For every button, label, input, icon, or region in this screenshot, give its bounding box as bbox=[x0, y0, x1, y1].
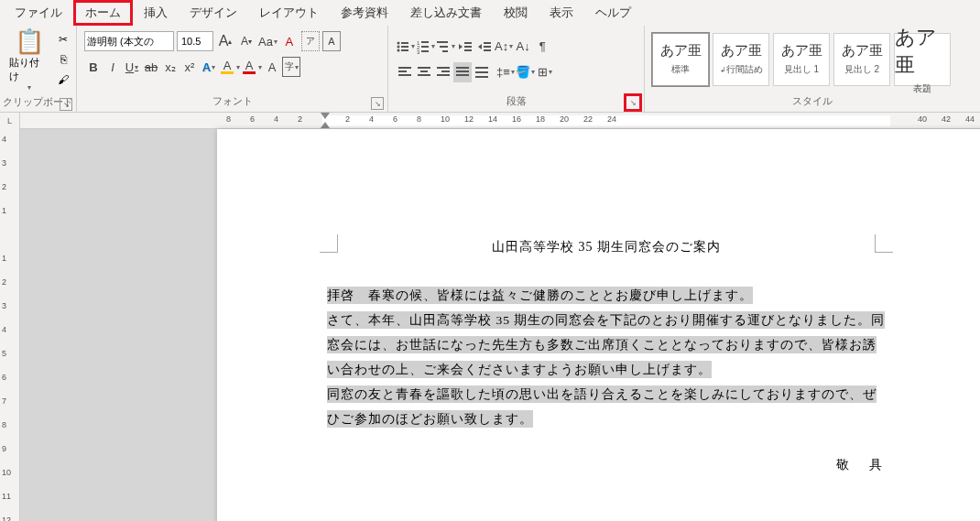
tab-insert[interactable]: 挿入 bbox=[133, 1, 179, 25]
justify-icon bbox=[455, 65, 470, 80]
paragraph-launcher[interactable]: ↘ bbox=[624, 93, 642, 112]
font-launcher[interactable]: ↘ bbox=[371, 97, 384, 110]
ruler-corner: L bbox=[0, 113, 20, 129]
line-spacing-button[interactable]: ‡≡ bbox=[496, 62, 515, 82]
styles-group-label: スタイル bbox=[645, 92, 980, 112]
style-heading1[interactable]: あア亜 見出し 1 bbox=[773, 33, 830, 86]
margin-mark-tr bbox=[875, 234, 893, 253]
bullets-button[interactable] bbox=[396, 37, 415, 57]
cut-button[interactable]: ✂ bbox=[54, 30, 72, 49]
align-right-icon bbox=[436, 65, 451, 80]
sort-icon: A↓ bbox=[517, 39, 530, 53]
show-marks-button[interactable]: ¶ bbox=[533, 37, 551, 57]
document-page[interactable]: 山田高等学校 35 期生同窓会のご案内 拝啓 春寒の候、皆様には益々ご健勝のこと… bbox=[217, 129, 980, 521]
decrease-indent-button[interactable] bbox=[456, 37, 474, 57]
enclose-char-button[interactable]: A bbox=[322, 31, 341, 51]
svg-rect-33 bbox=[475, 67, 488, 69]
multilevel-list-button[interactable] bbox=[436, 37, 455, 57]
svg-rect-9 bbox=[421, 46, 429, 48]
svg-rect-11 bbox=[421, 50, 429, 52]
svg-rect-17 bbox=[464, 49, 472, 51]
strike-button[interactable]: ab bbox=[142, 57, 160, 77]
bold-button[interactable]: B bbox=[84, 57, 103, 77]
paste-button[interactable]: 📋 貼り付け ▾ bbox=[4, 27, 54, 92]
subscript-button[interactable]: x₂ bbox=[161, 57, 180, 77]
tab-references[interactable]: 参考資料 bbox=[330, 1, 399, 25]
indent-icon bbox=[477, 39, 492, 54]
clipboard-launcher[interactable]: ↘ bbox=[60, 98, 72, 111]
superscript-button[interactable]: x² bbox=[180, 57, 199, 77]
tab-layout[interactable]: レイアウト bbox=[248, 1, 330, 25]
highlight-button[interactable]: A bbox=[219, 57, 240, 77]
tab-design[interactable]: デザイン bbox=[179, 1, 248, 25]
scissors-icon: ✂ bbox=[59, 33, 68, 46]
font-group-label: フォント ↘ bbox=[77, 92, 387, 112]
tab-home[interactable]: ホーム bbox=[73, 0, 133, 26]
doc-paragraph-3[interactable]: 同窓の友と青春を謳歌した頃の思い出を語り合えることを楽しみにしておりますので、ぜ… bbox=[327, 385, 877, 428]
svg-rect-20 bbox=[484, 49, 491, 51]
char-shading-button[interactable]: A bbox=[263, 57, 281, 77]
doc-paragraph-2[interactable]: さて、本年、山田高等学校 35 期生の同窓会を下記のとおり開催する運びとなりまし… bbox=[327, 311, 885, 378]
svg-rect-7 bbox=[421, 41, 429, 43]
align-right-button[interactable] bbox=[434, 62, 452, 82]
tab-mailings[interactable]: 差し込み文書 bbox=[399, 1, 493, 25]
grow-font-button[interactable]: A▴ bbox=[216, 31, 234, 51]
doc-closing[interactable]: 敬 具 bbox=[327, 457, 886, 473]
styles-gallery[interactable]: あア亜 標準 あア亜 ↲行間詰め あア亜 見出し 1 あア亜 見出し 2 あア亜 bbox=[648, 29, 954, 90]
shading-button[interactable]: 🪣 bbox=[516, 62, 535, 82]
tab-help[interactable]: ヘルプ bbox=[584, 1, 642, 25]
font-size-select[interactable] bbox=[177, 31, 213, 51]
increase-indent-button[interactable] bbox=[475, 37, 494, 57]
horizontal-ruler[interactable]: 8 6 4 2 2 4 6 8 10 12 14 16 18 20 22 24 … bbox=[20, 113, 980, 129]
tab-review[interactable]: 校閲 bbox=[493, 1, 539, 25]
sort-button[interactable]: A↓ bbox=[514, 37, 532, 57]
vertical-ruler[interactable]: 4 3 2 1 1 2 3 4 5 6 7 8 9 10 11 12 bbox=[0, 129, 20, 521]
text-effects-button[interactable]: A bbox=[200, 57, 218, 77]
align-center-button[interactable] bbox=[415, 62, 433, 82]
font-family-select[interactable] bbox=[84, 31, 174, 51]
justify-button[interactable] bbox=[453, 62, 472, 82]
outdent-icon bbox=[458, 39, 473, 54]
style-heading2[interactable]: あア亜 見出し 2 bbox=[833, 33, 890, 86]
clipboard-icon: 📋 bbox=[15, 27, 44, 56]
clipboard-group-label: クリップボード ↘ bbox=[0, 93, 76, 113]
svg-rect-14 bbox=[442, 50, 448, 52]
doc-paragraph-1[interactable]: 拝啓 春寒の候、皆様には益々ご健勝のこととお慶び申し上げます。 bbox=[327, 287, 753, 304]
line-spacing-icon: ‡≡ bbox=[496, 65, 510, 79]
svg-rect-3 bbox=[401, 46, 408, 48]
first-line-indent-marker[interactable] bbox=[321, 113, 330, 119]
doc-title[interactable]: 山田高等学校 35 期生同窓会のご案内 bbox=[327, 239, 886, 255]
svg-point-2 bbox=[397, 45, 400, 48]
paragraph-group-label: 段落 ↘ bbox=[388, 92, 644, 112]
svg-rect-35 bbox=[475, 76, 488, 78]
tab-view[interactable]: 表示 bbox=[539, 1, 584, 25]
change-case-button[interactable]: Aa bbox=[258, 31, 278, 51]
align-left-button[interactable] bbox=[396, 62, 414, 82]
style-title[interactable]: あア亜 表題 bbox=[894, 33, 951, 86]
distribute-button[interactable] bbox=[473, 62, 491, 82]
style-nospacing[interactable]: あア亜 ↲行間詰め bbox=[713, 33, 769, 86]
clear-format-button[interactable]: A bbox=[280, 31, 299, 51]
document-canvas[interactable]: 山田高等学校 35 期生同窓会のご案内 拝啓 春寒の候、皆様には益々ご健勝のこと… bbox=[20, 129, 980, 521]
tab-file[interactable]: ファイル bbox=[4, 1, 73, 25]
svg-rect-23 bbox=[398, 74, 411, 76]
borders-button[interactable]: ⊞ bbox=[536, 62, 554, 82]
char-border-button[interactable]: 字 bbox=[282, 57, 300, 77]
text-direction-button[interactable]: A↕ bbox=[495, 37, 513, 57]
align-center-icon bbox=[417, 65, 431, 80]
format-painter-button[interactable]: 🖌 bbox=[54, 71, 72, 89]
style-normal[interactable]: あア亜 標準 bbox=[652, 33, 709, 86]
numbering-button[interactable]: 123 bbox=[416, 37, 435, 57]
copy-button[interactable]: ⎘ bbox=[54, 50, 72, 69]
borders-icon: ⊞ bbox=[538, 65, 548, 79]
underline-button[interactable]: U bbox=[123, 57, 141, 77]
phonetic-guide-button[interactable]: ア bbox=[301, 31, 320, 51]
svg-text:3: 3 bbox=[417, 49, 420, 54]
copy-icon: ⎘ bbox=[60, 53, 67, 66]
pilcrow-icon: ¶ bbox=[539, 39, 546, 53]
hanging-indent-marker[interactable] bbox=[321, 122, 330, 128]
svg-rect-5 bbox=[401, 49, 408, 51]
shrink-font-button[interactable]: A▾ bbox=[237, 31, 256, 51]
italic-button[interactable]: I bbox=[103, 57, 122, 77]
font-color-button[interactable]: A bbox=[241, 57, 262, 77]
